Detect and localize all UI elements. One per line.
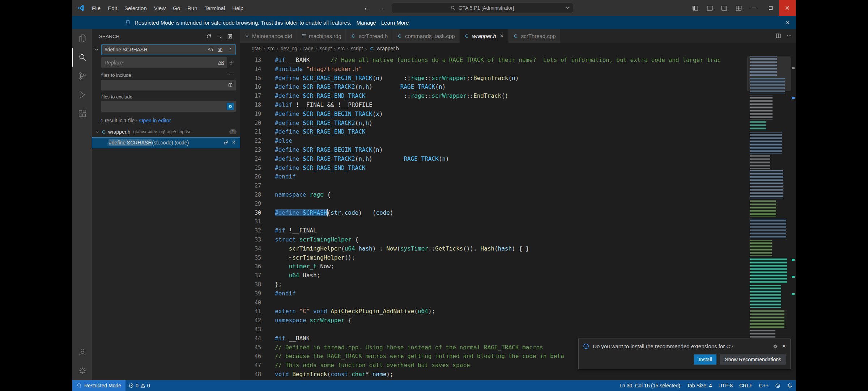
- notification-settings-gear-icon[interactable]: [773, 344, 778, 349]
- line-number[interactable]: 31: [240, 217, 261, 226]
- maximize-button[interactable]: [762, 0, 779, 16]
- line-number[interactable]: 45: [240, 343, 261, 352]
- show-recommendations-button[interactable]: Show Recommendations: [720, 354, 786, 365]
- line-number[interactable]: 47: [240, 361, 261, 370]
- regex-button[interactable]: .*: [225, 46, 234, 54]
- toggle-search-details-button[interactable]: ···: [224, 72, 236, 78]
- language-item[interactable]: C++: [756, 380, 772, 391]
- banner-close-icon[interactable]: ×: [786, 18, 790, 27]
- code-line[interactable]: 17#define SCR_RAGE_END_TRACK ::rage::scr…: [240, 92, 796, 101]
- line-text[interactable]: [261, 217, 275, 226]
- code-line[interactable]: 15#define SCR_RAGE_BEGIN_TRACK(n) ::rage…: [240, 74, 796, 83]
- code-line[interactable]: 35 ~scrTimingHelper();: [240, 253, 796, 262]
- split-editor-icon[interactable]: [775, 33, 781, 39]
- line-text[interactable]: [261, 325, 275, 334]
- line-number[interactable]: 48: [240, 370, 261, 379]
- code-line[interactable]: 25#define SCR_RAGE_END_TRACK: [240, 164, 796, 173]
- editor-more-icon[interactable]: [786, 33, 792, 39]
- line-number[interactable]: 13: [240, 56, 261, 65]
- line-text[interactable]: // Defined in thread.cpp. Using these in…: [261, 343, 543, 352]
- activity-search[interactable]: [72, 48, 92, 67]
- code-line[interactable]: 30#define SCRHASH(str,code) (code): [240, 209, 796, 218]
- toggle-replace-chevron-icon[interactable]: [92, 47, 101, 52]
- line-text[interactable]: #define SCR_RAGE_END_TRACK ::rage::scrWr…: [261, 92, 508, 101]
- exclude-settings-gear-icon[interactable]: [227, 103, 234, 110]
- menu-terminal[interactable]: Terminal: [201, 5, 229, 11]
- line-number[interactable]: 46: [240, 352, 261, 361]
- line-number[interactable]: 28: [240, 190, 261, 199]
- whole-word-button[interactable]: ab: [216, 46, 225, 54]
- line-text[interactable]: namespace rage {: [261, 190, 331, 199]
- line-text[interactable]: #include "diag/tracker.h": [261, 65, 362, 74]
- tab-commands-task-cpp[interactable]: Ccommands_task.cpp: [392, 29, 460, 43]
- line-number[interactable]: 23: [240, 146, 261, 155]
- preserve-case-button[interactable]: AB: [217, 59, 226, 67]
- back-icon[interactable]: ←: [362, 4, 372, 12]
- line-text[interactable]: #define SCR_RAGE_END_TRACK: [261, 164, 365, 173]
- line-text[interactable]: #define SCR_RAGE_END_TRACK: [261, 127, 365, 136]
- layout-panel-icon[interactable]: [702, 0, 717, 16]
- result-match-row[interactable]: #define SCRHASH(str,code) (code) ×: [92, 137, 240, 148]
- install-button[interactable]: Install: [694, 354, 717, 365]
- line-number[interactable]: 39: [240, 289, 261, 298]
- dismiss-match-icon[interactable]: ×: [230, 139, 237, 146]
- code-line[interactable]: 23#define SCR_RAGE_BEGIN_TRACK(n): [240, 146, 796, 155]
- line-number[interactable]: 41: [240, 307, 261, 316]
- line-number[interactable]: 15: [240, 74, 261, 83]
- minimap[interactable]: [747, 54, 791, 380]
- line-text[interactable]: #if __BANK: [261, 334, 310, 343]
- line-text[interactable]: #define SCR_RAGE_BEGIN_TRACK(n) ::rage::…: [261, 74, 519, 83]
- line-text[interactable]: [261, 199, 275, 209]
- crumb-src2[interactable]: src: [338, 46, 345, 51]
- tab-close-icon[interactable]: ×: [500, 32, 504, 39]
- code-line[interactable]: 29: [240, 199, 796, 209]
- problems-item[interactable]: 0 0: [125, 380, 153, 391]
- learn-more-link[interactable]: Learn More: [381, 20, 409, 26]
- code-line[interactable]: 40: [240, 298, 796, 307]
- refresh-icon[interactable]: [204, 34, 214, 39]
- minimize-button[interactable]: [746, 0, 762, 16]
- layout-secondary-sidebar-icon[interactable]: [717, 0, 731, 16]
- line-number[interactable]: 25: [240, 164, 261, 173]
- layout-sidebar-icon[interactable]: [688, 0, 702, 16]
- line-text[interactable]: #elif !__FINAL && !__PROFILE: [261, 101, 373, 110]
- activity-extensions[interactable]: [72, 104, 92, 123]
- bell-icon[interactable]: [784, 380, 796, 391]
- close-button[interactable]: [779, 0, 796, 16]
- line-number[interactable]: 40: [240, 298, 261, 307]
- activity-account[interactable]: [72, 342, 92, 361]
- line-text[interactable]: #define SCR_RAGE_BEGIN_TRACK(x): [261, 110, 383, 119]
- code-line[interactable]: 36 utimer_t Now;: [240, 262, 796, 271]
- code-line[interactable]: 14#include "diag/tracker.h": [240, 65, 796, 74]
- code-line[interactable]: 38};: [240, 280, 796, 289]
- code-line[interactable]: 37 u64 Hash;: [240, 271, 796, 280]
- layout-customize-icon[interactable]: [731, 0, 746, 16]
- line-text[interactable]: // This adds some function call overhead…: [261, 361, 470, 370]
- manage-link[interactable]: Manage: [357, 20, 376, 26]
- code-line[interactable]: 19#define SCR_RAGE_BEGIN_TRACK(x): [240, 110, 796, 119]
- code-line[interactable]: 26#endif: [240, 172, 796, 181]
- line-text[interactable]: #endif: [261, 172, 296, 181]
- code-line[interactable]: 16#define SCR_RAGE_TRACK2(n,h) RAGE_TRAC…: [240, 83, 796, 92]
- line-number[interactable]: 16: [240, 83, 261, 92]
- encoding-item[interactable]: UTF-8: [715, 380, 736, 391]
- tab-machines-rdg[interactable]: machines.rdg: [297, 29, 346, 43]
- open-search-editor-icon[interactable]: [225, 34, 235, 39]
- notification-close-icon[interactable]: ×: [782, 342, 786, 350]
- code-line[interactable]: 18#elif !__FINAL && !__PROFILE: [240, 101, 796, 110]
- line-number[interactable]: 43: [240, 325, 261, 334]
- line-text[interactable]: [261, 298, 275, 307]
- activity-source-control[interactable]: [72, 67, 92, 85]
- line-text[interactable]: #define SCR_RAGE_TRACK2(n,h) RAGE_TRACK(…: [261, 155, 449, 164]
- activity-explorer[interactable]: [72, 29, 92, 48]
- menu-file[interactable]: File: [88, 5, 104, 11]
- line-number[interactable]: 44: [240, 334, 261, 343]
- line-text[interactable]: void BeginTrack(const char* name);: [261, 370, 393, 379]
- open-in-editor-link[interactable]: Open in editor: [139, 118, 171, 123]
- code-line[interactable]: 20#define SCR_RAGE_TRACK2(n,h): [240, 119, 796, 128]
- code-line[interactable]: 48void BeginTrack(const char* name);: [240, 370, 796, 379]
- line-number[interactable]: 21: [240, 127, 261, 136]
- code-line[interactable]: 41extern "C" void ApiCheckPlugin_AddNati…: [240, 307, 796, 316]
- tab-scrthread-h[interactable]: CscrThread.h: [346, 29, 392, 43]
- line-number[interactable]: 33: [240, 235, 261, 244]
